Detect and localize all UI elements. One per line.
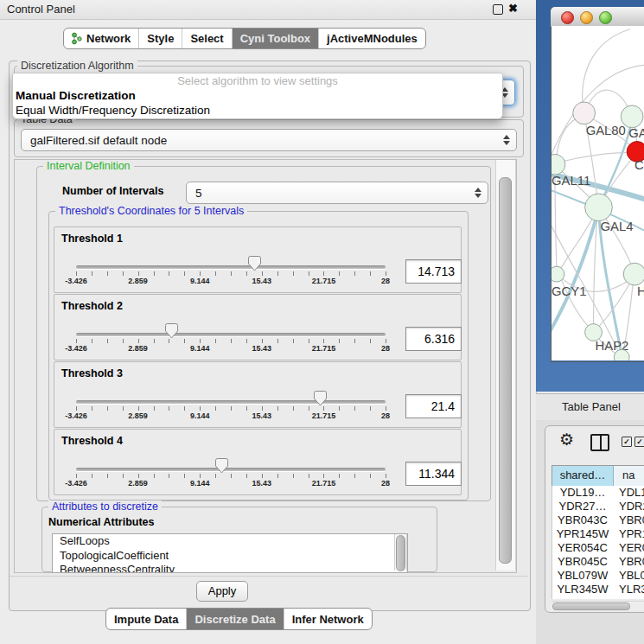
algorithm-dropdown-popup: Select algorithm to view settings Manual… [12,73,503,119]
slider-tick [262,474,263,478]
network-node-gal4[interactable] [585,194,613,221]
table-data-combobox[interactable]: galFiltered.sif default node [21,129,517,151]
cell-name: YIL0 [613,596,644,599]
slider-thumb[interactable] [215,458,228,477]
network-node-h-node[interactable] [623,263,644,285]
tab-discretize-data[interactable]: Discretize Data [187,609,284,629]
table-row[interactable]: YER054CYER0 [552,541,644,555]
close-icon[interactable]: ✖ [508,2,518,15]
vertical-scrollbar-thumb[interactable] [499,177,512,564]
slider-tick [370,339,371,343]
slider-tick [323,474,324,478]
slider-tick [200,474,201,478]
network-node-gal11[interactable] [552,154,565,175]
slider-tick [339,339,340,343]
attribute-list-item[interactable]: SelfLoops [53,534,407,549]
cell-shared-name: YIL052C [552,596,613,599]
slider-tick-label: 9.144 [190,411,210,420]
top-tab-bar: NetworkStyleSelectCyni ToolboxjActiveMNo… [63,28,426,49]
numerical-attributes-label: Numerical Attributes [48,516,154,528]
tab-jactivemnodules[interactable]: jActiveMNodules [319,29,425,48]
slider-tick [293,339,294,343]
slider-track[interactable] [76,265,386,269]
network-node-gal80[interactable] [573,102,596,124]
table-row[interactable]: YIL052CYIL0 [552,596,644,599]
slider-thumb[interactable] [248,256,261,275]
table-row[interactable]: YBR043CYBR0 [552,513,644,527]
attribute-list-item[interactable]: BetweennessCentrality [53,563,407,573]
table-row[interactable]: YDR27…YDR2 [552,500,644,513]
slider-tick-label: 2.859 [128,344,148,353]
float-window-icon[interactable] [493,4,503,15]
window-minimize-icon[interactable] [580,11,593,24]
slider-tick [138,339,139,343]
threshold-value-field[interactable] [405,462,462,486]
network-edge [557,152,635,163]
horizontal-scrollbar-thumb[interactable] [552,603,630,610]
tab-network[interactable]: Network [64,29,139,48]
attribute-list-item[interactable]: TopologicalCoefficient [53,549,407,564]
threshold-value-field[interactable] [405,394,462,418]
slider-tick [370,474,371,478]
network-canvas[interactable]: GAL80GACGAL11GAL4GCY1HHAP2 [552,26,644,360]
column-header-shared-name[interactable]: shared… [552,466,614,487]
network-node-gal-top[interactable] [621,105,643,128]
slider-tick [154,339,155,343]
table-row[interactable]: YDL19…YDL1 [552,486,644,500]
attributes-list-scrollbar-thumb[interactable] [396,535,405,571]
network-node-label: GAL4 [600,220,633,233]
slider-tick [323,271,324,276]
table-row[interactable]: YLR345WYLR3 [552,583,644,596]
slider-tick [231,474,232,478]
slider-tick [370,406,371,411]
slider-tick [246,339,247,343]
slider-thumb[interactable] [165,323,178,342]
slider-tick [138,271,139,276]
slider-track[interactable] [76,468,386,471]
number-of-intervals-combobox[interactable]: 5 [186,182,488,204]
tab-label: Style [147,32,174,45]
cell-name: YBR0 [613,513,644,527]
tab-cyni-toolbox[interactable]: Cyni Toolbox [233,29,319,48]
slider-thumb[interactable] [314,391,327,410]
slider-tick-label: -3.426 [65,344,87,353]
tab-label: Discretize Data [194,613,275,626]
tab-style[interactable]: Style [139,29,182,48]
gear-icon[interactable]: ⚙ [559,430,574,450]
window-close-icon[interactable] [561,11,574,24]
dropdown-item-equal-width-frequency[interactable]: Equal Width/Frequency Discretization [13,103,502,118]
apply-button[interactable]: Apply [196,581,248,602]
slider-track[interactable] [76,400,386,404]
split-columns-icon[interactable] [590,434,609,451]
tab-label: Infer Network [292,613,364,626]
numerical-attributes-list[interactable]: SelfLoopsTopologicalCoefficientBetweenne… [52,533,408,573]
network-node-bottom-node[interactable] [614,349,629,360]
checkbox-icon[interactable]: ✓ [634,437,644,447]
threshold-value-field[interactable] [405,327,462,351]
slider-tick [339,271,340,276]
table-row[interactable]: YPR145WYPR1 [552,527,644,541]
attributes-group-title: Attributes to discretize [48,501,162,513]
number-of-intervals-label: Number of Intervals [62,185,163,197]
tab-infer-network[interactable]: Infer Network [284,609,372,629]
slider-tick [200,271,201,276]
network-node-gcy1[interactable] [552,266,564,282]
tab-impute-data[interactable]: Impute Data [106,609,187,629]
cell-name: YPR1 [613,527,644,541]
dropdown-item-manual-discretization[interactable]: Manual Discretization [13,88,502,103]
slider-tick [92,474,92,478]
slider-track[interactable] [76,333,386,336]
table-row[interactable]: YBL079WYBL0 [552,569,644,583]
threshold-value-field[interactable] [405,259,462,284]
window-zoom-icon[interactable] [599,11,612,24]
network-node-label: GAL80 [586,124,626,137]
horizontal-scrollbar[interactable] [552,601,644,610]
slider-tick-label: 15.43 [252,344,272,353]
checkbox-icon[interactable]: ✓ [622,437,632,447]
table-panel-header: Table Panel [536,393,644,421]
table-row[interactable]: YBR045CYBR0 [552,555,644,569]
number-of-intervals-value: 5 [187,187,202,200]
column-header-name[interactable]: na [614,466,644,487]
tab-select[interactable]: Select [182,29,232,48]
tab-label: Network [86,32,131,45]
